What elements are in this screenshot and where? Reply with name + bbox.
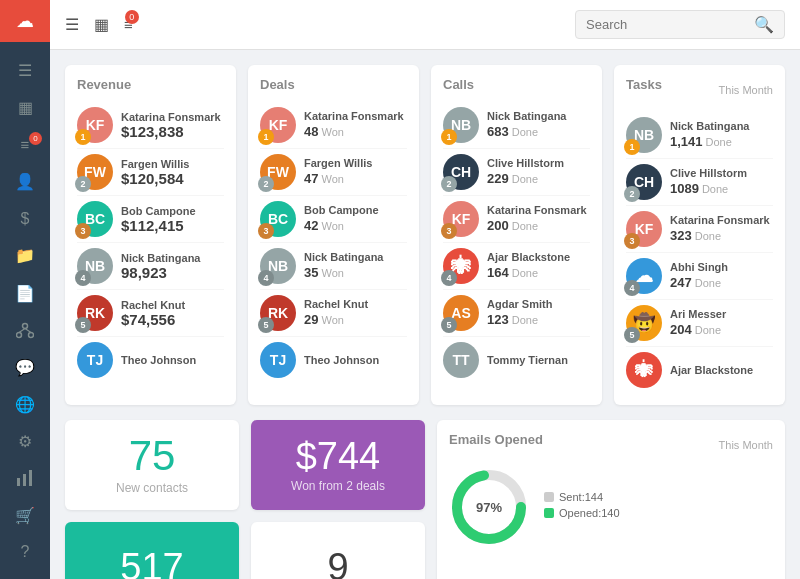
person-name: Nick Batingana: [121, 252, 224, 264]
sent-label: Sent:144: [559, 491, 603, 503]
person-name: Clive Hillstorm: [487, 157, 590, 169]
svg-rect-6: [23, 474, 26, 486]
chat-icon[interactable]: 💬: [0, 349, 50, 386]
content-area: Revenue KF 1 Katarina Fonsmark $123,838 …: [50, 50, 800, 579]
person-value: 42: [304, 218, 318, 233]
deals-title: Deals: [260, 77, 407, 92]
sidebar-logo[interactable]: ☁: [0, 0, 50, 42]
person-value: 683: [487, 124, 509, 139]
list-item: FW 2 Fargen Willis 47Won: [260, 149, 407, 196]
value-label: Won: [321, 267, 343, 279]
opened-label: Opened:140: [559, 507, 620, 519]
value-label: Done: [695, 277, 721, 289]
user-icon[interactable]: 👤: [0, 163, 50, 200]
svg-line-4: [25, 329, 31, 333]
svg-rect-7: [29, 470, 32, 486]
svg-rect-5: [17, 478, 20, 486]
rank-badge: 5: [441, 317, 457, 333]
emails-title: Emails Opened: [449, 432, 543, 447]
person-name: Fargen Willis: [121, 158, 224, 170]
help-icon[interactable]: ?: [0, 534, 50, 571]
avatar: TJ: [260, 342, 296, 378]
rank-badge: 5: [258, 317, 274, 333]
person-value: $74,556: [121, 311, 224, 328]
person-value: 48: [304, 124, 318, 139]
value-label: Done: [706, 136, 732, 148]
grid-view-icon[interactable]: ▦: [94, 15, 109, 34]
revenue-title: Revenue: [77, 77, 224, 92]
value-label: Done: [512, 126, 538, 138]
person-name: Nick Batingana: [670, 120, 773, 132]
person-name: Abhi Singh: [670, 261, 773, 273]
person-value: 35: [304, 265, 318, 280]
notification-button[interactable]: ≡ 0: [124, 16, 133, 34]
person-name: Katarina Fonsmark: [121, 111, 224, 123]
value-label: Done: [702, 183, 728, 195]
sent-dot: [544, 492, 554, 502]
person-value: 164: [487, 265, 509, 280]
nine-stat-card: 9: [251, 522, 425, 579]
person-value: 1089: [670, 181, 699, 196]
value-label: Done: [512, 314, 538, 326]
menu-icon[interactable]: ☰: [0, 52, 50, 89]
main-content: ☰ ▦ ≡ 0 🔍 Revenue KF 1 Katar: [50, 0, 800, 579]
person-name: Katarina Fonsmark: [304, 110, 407, 122]
network-icon[interactable]: [0, 312, 50, 349]
list-item: RK 5 Rachel Knut $74,556: [77, 290, 224, 337]
cart-icon[interactable]: 🛒: [0, 497, 50, 534]
list-icon[interactable]: ≡ 0: [0, 126, 50, 163]
person-name: Clive Hillstorm: [670, 167, 773, 179]
calls-title: Calls: [443, 77, 590, 92]
hamburger-icon[interactable]: ☰: [65, 15, 79, 34]
value-label: Done: [512, 220, 538, 232]
deals-card: Deals KF 1 Katarina Fonsmark 48Won FW 2: [248, 65, 419, 405]
list-item: TJ Theo Johnson: [77, 337, 224, 383]
value-label: Done: [695, 324, 721, 336]
person-value: 123: [487, 312, 509, 327]
list-item: FW 2 Fargen Willis $120,584: [77, 149, 224, 196]
list-item: 🤠 5 Ari Messer 204Done: [626, 300, 773, 347]
list-item: BC 3 Bob Campone 42Won: [260, 196, 407, 243]
person-value: 247: [670, 275, 692, 290]
search-box[interactable]: 🔍: [575, 10, 785, 39]
list-item: KF 3 Katarina Fonsmark 323Done: [626, 206, 773, 253]
search-input[interactable]: [586, 17, 746, 32]
list-item: KF 3 Katarina Fonsmark 200Done: [443, 196, 590, 243]
list-item: BC 3 Bob Campone $112,415: [77, 196, 224, 243]
person-value: $120,584: [121, 170, 224, 187]
nine-stat-value: 9: [327, 548, 348, 579]
rank-badge: 3: [258, 223, 274, 239]
folder-icon[interactable]: 📁: [0, 237, 50, 274]
calls-card: Calls NB 1 Nick Batingana 683Done CH 2: [431, 65, 602, 405]
person-value: $123,838: [121, 123, 224, 140]
list-item: NB 4 Nick Batingana 35Won: [260, 243, 407, 290]
rank-badge: 2: [624, 186, 640, 202]
list-item: ☁ 4 Abhi Singh 247Done: [626, 253, 773, 300]
donut-container: 97% Sent:144 Opened:140: [449, 467, 773, 547]
opened-dot: [544, 508, 554, 518]
settings-icon[interactable]: ⚙: [0, 423, 50, 460]
value-label: Won: [321, 220, 343, 232]
person-value: 47: [304, 171, 318, 186]
revenue-card: Revenue KF 1 Katarina Fonsmark $123,838 …: [65, 65, 236, 405]
rank-badge: 3: [75, 223, 91, 239]
file-icon[interactable]: 📄: [0, 274, 50, 311]
list-item: NB 4 Nick Batingana 98,923: [77, 243, 224, 290]
chart-icon[interactable]: [0, 460, 50, 497]
svg-point-0: [23, 324, 28, 329]
dollar-icon[interactable]: $: [0, 200, 50, 237]
svg-point-1: [17, 333, 22, 338]
opened-legend: Opened:140: [544, 507, 620, 519]
rank-badge: 2: [441, 176, 457, 192]
svg-point-2: [29, 333, 34, 338]
globe-icon[interactable]: 🌐: [0, 386, 50, 423]
rank-badge: 3: [624, 233, 640, 249]
list-item: NB 1 Nick Batingana 1,141Done: [626, 112, 773, 159]
bottom-row: 75 New contacts 517 $744 Won from 2 deal…: [65, 420, 785, 579]
another-stat-value: 517: [120, 548, 183, 579]
person-name: Nick Batingana: [304, 251, 407, 263]
person-value: 98,923: [121, 264, 224, 281]
grid-icon[interactable]: ▦: [0, 89, 50, 126]
notif-count: 0: [125, 10, 139, 24]
another-stat-card: 517: [65, 522, 239, 579]
